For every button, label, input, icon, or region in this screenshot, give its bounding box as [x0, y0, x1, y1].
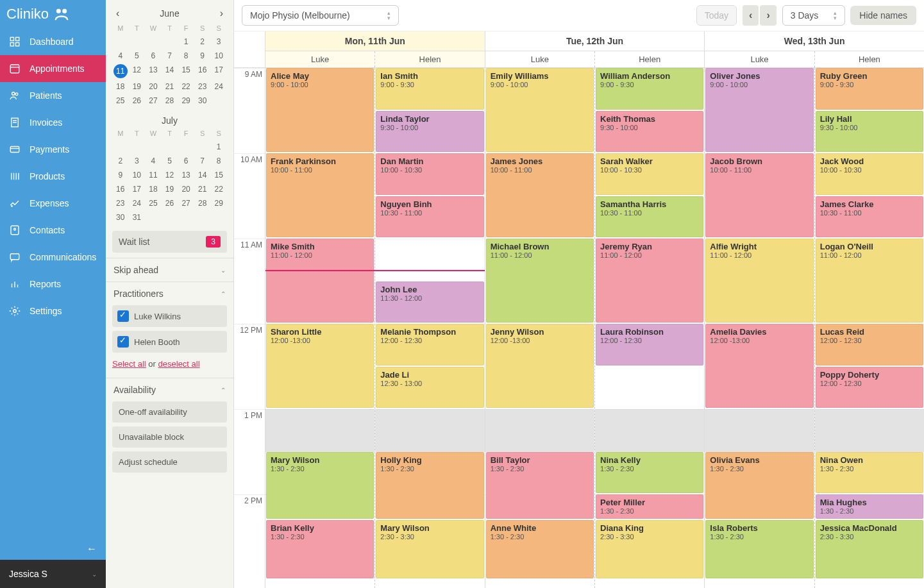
availability-button[interactable]: Adjust schedule	[112, 451, 227, 473]
appointment[interactable]: Mike Smith11:00 - 12:00	[266, 239, 374, 323]
mini-cal-day[interactable]: 26	[129, 95, 146, 106]
practitioners-section[interactable]: Practitioners⌃	[106, 282, 233, 305]
nav-settings[interactable]: Settings	[0, 298, 106, 324]
mini-cal-day[interactable]: 18	[145, 183, 162, 195]
appointment[interactable]: Jacob Brown10:00 - 11:00	[705, 153, 813, 237]
mini-cal-day[interactable]: 27	[178, 197, 194, 209]
practitioner-checkbox[interactable]: Luke Wilkins	[112, 305, 227, 327]
appointment[interactable]: Jade Li12:30 - 13:00	[376, 367, 483, 408]
mini-cal-day[interactable]: 21	[194, 183, 211, 195]
logo[interactable]: Cliniko	[0, 0, 106, 28]
mini-cal-day[interactable]: 7	[194, 155, 211, 167]
appointment[interactable]: Jessica MacDonald2:30 - 3:30	[816, 520, 923, 578]
mini-cal-day[interactable]: 8	[210, 155, 227, 167]
mini-cal-day[interactable]: 1	[178, 36, 194, 47]
appointment[interactable]: Melanie Thompson12:00 - 12:30	[376, 324, 483, 365]
appointment[interactable]: John Lee11:30 - 12:00	[376, 281, 483, 323]
appointment[interactable]: Alfie Wright11:00 - 12:00	[705, 239, 813, 323]
mini-cal-day[interactable]: 25	[112, 95, 129, 106]
mini-cal-day[interactable]: 22	[210, 183, 227, 195]
appointment[interactable]: Jeremy Ryan11:00 - 12:00	[596, 239, 703, 323]
mini-cal-day[interactable]: 6	[145, 50, 162, 62]
appointment[interactable]: Sarah Walker10:00 - 10:30	[596, 153, 703, 195]
mini-cal-day[interactable]: 13	[178, 169, 194, 181]
mini-cal-day[interactable]: 11	[113, 64, 128, 78]
mini-cal-day[interactable]: 13	[145, 64, 162, 78]
mini-cal-day[interactable]: 17	[129, 183, 146, 195]
mini-cal-day[interactable]: 9	[112, 169, 129, 181]
appointment[interactable]: Frank Parkinson10:00 - 11:00	[266, 153, 374, 237]
mini-cal-day[interactable]: 29	[210, 197, 227, 209]
appointment[interactable]: Amelia Davies12:00 -13:00	[705, 324, 813, 408]
mini-cal-day[interactable]: 24	[210, 81, 227, 92]
mini-cal-day[interactable]: 15	[210, 169, 227, 181]
hide-names-button[interactable]: Hide names	[850, 6, 916, 25]
appointment[interactable]: Mary Wilson1:30 - 2:30	[266, 452, 374, 519]
appointment[interactable]: James Jones10:00 - 11:00	[486, 153, 594, 237]
mini-cal-day[interactable]: 27	[145, 95, 162, 106]
mini-cal-day[interactable]: 21	[162, 81, 178, 92]
appointment[interactable]: Mary Wilson2:30 - 3:30	[376, 520, 483, 578]
appointment[interactable]: Samantha Harris10:30 - 11:00	[596, 196, 703, 238]
mini-cal-day[interactable]: 3	[210, 36, 227, 47]
mini-cal-day[interactable]: 2	[194, 36, 211, 47]
appointment[interactable]: Keith Thomas9:30 - 10:00	[596, 111, 703, 153]
mini-cal-day[interactable]: 8	[178, 50, 194, 62]
mini-cal-day[interactable]: 25	[145, 197, 162, 209]
mini-cal-day[interactable]: 19	[129, 81, 146, 92]
availability-button[interactable]: Unavailable block	[112, 426, 227, 448]
nav-reports[interactable]: Reports	[0, 271, 106, 298]
mini-cal-day[interactable]: 5	[129, 50, 146, 62]
today-button[interactable]: Today	[696, 5, 737, 26]
mini-cal-day[interactable]: 15	[178, 64, 194, 78]
mini-cal-day[interactable]: 10	[210, 50, 227, 62]
nav-calendar[interactable]: Appointments	[0, 55, 106, 82]
appointment[interactable]: Nina Owen1:30 - 2:30	[816, 452, 923, 494]
mini-cal-day[interactable]: 14	[162, 64, 178, 78]
nav-expenses[interactable]: Expenses	[0, 190, 106, 217]
deselect-all-link[interactable]: deselect all	[158, 359, 200, 369]
mini-cal-day[interactable]: 30	[112, 212, 129, 223]
mini-cal-day[interactable]: 26	[162, 197, 178, 209]
appointment[interactable]: Linda Taylor9:30 - 10:00	[376, 111, 483, 153]
mini-cal-day[interactable]: 6	[178, 155, 194, 167]
location-select[interactable]: Mojo Physio (Melbourne)▴▾	[242, 5, 399, 26]
appointment[interactable]: Peter Miller1:30 - 2:30	[596, 494, 703, 519]
nav-invoices[interactable]: Invoices	[0, 109, 106, 136]
nav-dashboard[interactable]: Dashboard	[0, 28, 106, 55]
wait-list-button[interactable]: Wait list 3	[112, 231, 227, 253]
mini-cal-day[interactable]: 18	[112, 81, 129, 92]
nav-payments[interactable]: Payments	[0, 136, 106, 163]
appointment[interactable]: Poppy Doherty12:00 - 12:30	[816, 367, 923, 408]
mini-cal-day[interactable]: 7	[162, 50, 178, 62]
mini-cal-day[interactable]: 11	[145, 169, 162, 181]
mini-cal-day[interactable]: 4	[112, 50, 129, 62]
appointment[interactable]: Jenny Wilson12:00 -13:00	[486, 324, 594, 408]
appointment[interactable]: Michael Brown11:00 - 12:00	[486, 239, 594, 323]
nav-products[interactable]: Products	[0, 163, 106, 190]
mini-cal-day[interactable]: 31	[129, 212, 146, 223]
collapse-sidebar-button[interactable]: ←	[0, 538, 106, 560]
appointment[interactable]: Anne White1:30 - 2:30	[486, 520, 594, 578]
mini-cal-day[interactable]: 9	[194, 50, 211, 62]
mini-cal-day[interactable]: 23	[112, 197, 129, 209]
mini-cal-day[interactable]: 30	[194, 95, 211, 106]
mini-cal-day[interactable]: 29	[178, 95, 194, 106]
practitioner-column[interactable]: Ruby Green9:00 - 9:30Lily Hall9:30 - 10:…	[814, 68, 924, 588]
appointment[interactable]: Olivia Evans1:30 - 2:30	[705, 452, 813, 519]
availability-button[interactable]: One-off availability	[112, 401, 227, 423]
practitioner-column[interactable]: Ian Smith9:00 - 9:30Linda Taylor9:30 - 1…	[374, 68, 484, 588]
mini-cal-day[interactable]: 20	[178, 183, 194, 195]
appointment[interactable]: Laura Robinson12:00 - 12:30	[596, 324, 703, 365]
nav-contacts[interactable]: Contacts	[0, 217, 106, 244]
appointment[interactable]: Ruby Green9:00 - 9:30	[816, 68, 923, 110]
range-select[interactable]: 3 Days▴▾	[782, 5, 846, 26]
mini-cal-day[interactable]: 1	[210, 141, 227, 153]
mini-cal-day[interactable]: 16	[112, 183, 129, 195]
mini-cal-day[interactable]: 28	[162, 95, 178, 106]
practitioner-column[interactable]: Alice May9:00 - 10:00Frank Parkinson10:0…	[265, 68, 374, 588]
appointment[interactable]: Lily Hall9:30 - 10:00	[816, 111, 923, 153]
mini-cal-next[interactable]: ›	[216, 6, 227, 21]
appointment[interactable]: Lucas Reid12:00 - 12:30	[816, 324, 923, 365]
appointment[interactable]: Alice May9:00 - 10:00	[266, 68, 374, 152]
